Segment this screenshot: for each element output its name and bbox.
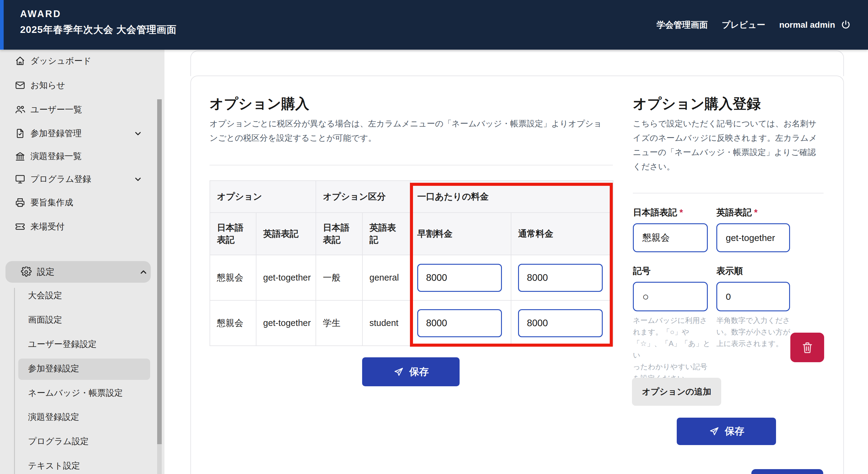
sidebar-item-program-registration[interactable]: プログラム登録 (0, 169, 152, 189)
chevron-up-icon (139, 267, 148, 276)
option-price-table: オプション オプション区分 一口あたりの料金 日本語 表記 英語表記 日本語 表… (210, 180, 613, 346)
sidebar-item-users[interactable]: ユーザー一覧 (0, 99, 152, 120)
subheader-early-price: 早割料金 (410, 213, 511, 255)
cell-division-ja: 一般 (316, 255, 363, 300)
display-order-input[interactable] (716, 282, 790, 311)
table-row: 懇親会 get-together 一般 general (210, 255, 613, 300)
sidebar-item-label: 演題登録一覧 (30, 150, 82, 162)
add-option-button[interactable]: オプションの追加 (632, 378, 721, 406)
save-button[interactable]: 保存 (362, 357, 460, 386)
society-admin-link[interactable]: 学会管理画面 (657, 19, 708, 31)
cell-option-en: get-together (256, 300, 316, 346)
english-name-input[interactable] (716, 223, 790, 252)
cell-division-ja: 学生 (316, 300, 363, 346)
logout-power-icon[interactable] (840, 19, 851, 31)
section-title-option-purchase-registration: オプション購入登録 (633, 94, 761, 113)
partial-bottom-button[interactable] (751, 469, 823, 474)
mail-icon (14, 80, 26, 91)
japanese-label: 日本語表記 * (633, 207, 683, 219)
cell-option-en: get-together (256, 255, 316, 300)
sidebar-item-abstract-book[interactable]: 要旨集作成 (0, 192, 152, 213)
chevron-down-icon (133, 129, 143, 138)
symbol-label: 記号 (633, 265, 651, 277)
sidebar-subitem-program-settings[interactable]: プログラム設定 (19, 431, 152, 451)
sidebar-scrollbar-thumb[interactable] (157, 99, 162, 444)
sidebar-item-dashboard[interactable]: ダッシュボード (0, 51, 152, 71)
users-icon (14, 104, 26, 115)
table-row: 懇親会 get-together 学生 student (210, 300, 613, 346)
sidebar-item-label: 来場受付 (30, 221, 65, 232)
save-button-label: 保存 (725, 425, 744, 438)
sidebar-subitem-screen-settings[interactable]: 画面設定 (19, 310, 152, 330)
user-name: normal admin (779, 20, 835, 30)
subheader-normal-price: 通常料金 (511, 213, 613, 255)
sidebar-subitem-name-badge-settings[interactable]: ネームバッジ・帳票設定 (19, 383, 152, 403)
sidebar-item-label: 要旨集作成 (30, 197, 73, 208)
column-header-option-division: オプション区分 (316, 181, 410, 213)
japanese-name-input[interactable] (633, 223, 708, 252)
ticket-icon (14, 221, 26, 232)
display-order-label: 表示順 (716, 265, 743, 277)
top-header: AWARD 2025年春季年次大会 大会管理画面 学会管理画面 プレビュー no… (0, 0, 868, 50)
header-nav: 学会管理画面 プレビュー normal admin (657, 0, 851, 50)
sidebar-item-reception[interactable]: 来場受付 (0, 216, 152, 237)
sidebar-subitem-user-registration-settings[interactable]: ユーザー登録設定 (19, 334, 152, 354)
english-label: 英語表記 * (716, 207, 757, 219)
sidebar-item-label: ユーザー一覧 (30, 104, 82, 115)
sidebar-item-registration-management[interactable]: 参加登録管理 (0, 123, 152, 144)
printer-icon (14, 197, 26, 208)
save-button-label: 保存 (409, 365, 429, 379)
sidebar: ダッシュボード お知らせ ユーザー一覧 参加登録管理 演題登録一覧 プログラム登… (0, 50, 164, 474)
monitor-icon (14, 174, 26, 185)
save-panel-button[interactable]: 保存 (677, 418, 776, 445)
symbol-input[interactable] (633, 282, 708, 311)
subheader-english: 英語表 記 (363, 213, 410, 255)
accent-strip (0, 0, 4, 50)
sidebar-item-label: ダッシュボード (30, 55, 91, 67)
early-price-input[interactable] (417, 264, 502, 292)
required-asterisk: * (680, 207, 683, 217)
divider (210, 165, 613, 166)
delete-option-button[interactable] (790, 333, 824, 362)
sidebar-item-label: プログラム登録 (30, 173, 91, 185)
sidebar-item-news[interactable]: お知らせ (0, 75, 152, 95)
page-title: 2025年春季年次大会 大会管理画面 (20, 23, 177, 36)
trash-icon (800, 340, 814, 355)
cell-division-en: general (363, 255, 410, 300)
sidebar-item-label: 設定 (37, 266, 55, 278)
conference-admin-page: AWARD 2025年春季年次大会 大会管理画面 学会管理画面 プレビュー no… (0, 0, 868, 474)
home-icon (14, 55, 26, 66)
subheader-japanese: 日本語 表記 (210, 213, 256, 255)
required-asterisk: * (754, 207, 757, 217)
normal-price-input[interactable] (518, 264, 603, 292)
section-description: オプションごとに税区分が異なる場合は、左カラムメニューの「ネームバッジ・帳票設定… (210, 117, 618, 145)
early-price-input[interactable] (417, 309, 502, 337)
cell-division-en: student (363, 300, 410, 346)
sidebar-item-label: 参加登録管理 (30, 128, 82, 139)
file-check-icon (14, 128, 26, 139)
order-helper-text: 半角数字で入力くださ い。数字が小さい方が 上に表示されます。 (716, 315, 796, 349)
normal-price-input[interactable] (518, 309, 603, 337)
sidebar-item-settings[interactable]: 設定 (5, 261, 151, 283)
cell-option-ja: 懇親会 (210, 300, 256, 346)
submenu-guide-line (14, 288, 15, 474)
section-title-option-purchase: オプション購入 (210, 94, 309, 113)
divider (633, 193, 824, 194)
user-menu: normal admin (779, 19, 851, 31)
gear-icon (21, 267, 32, 277)
panel-description: こちらで設定いただく記号については、お名刺サ イズのネームバッジに反映されます。… (633, 117, 828, 174)
sidebar-subitem-abstract-settings[interactable]: 演題登録設定 (19, 407, 152, 427)
symbol-helper-text: ネームバッジに利用さ れます。「○」や 「☆」、「A」「あ」とい ったわかりやす… (633, 315, 712, 384)
bank-icon (14, 151, 26, 162)
column-header-option: オプション (210, 181, 316, 213)
sidebar-subitem-conference-settings[interactable]: 大会設定 (19, 286, 152, 305)
sidebar-subitem-participation-registration-settings[interactable]: 参加登録設定 (19, 359, 152, 379)
sidebar-item-label: お知らせ (30, 80, 65, 91)
subheader-english: 英語表記 (256, 213, 316, 255)
send-icon (708, 426, 719, 437)
sidebar-subitem-text-settings[interactable]: テキスト設定 (19, 456, 152, 474)
column-header-price-per-unit: 一口あたりの料金 (410, 181, 613, 213)
preview-link[interactable]: プレビュー (722, 19, 765, 31)
cell-option-ja: 懇親会 (210, 255, 256, 300)
sidebar-item-abstract-list[interactable]: 演題登録一覧 (0, 146, 152, 166)
